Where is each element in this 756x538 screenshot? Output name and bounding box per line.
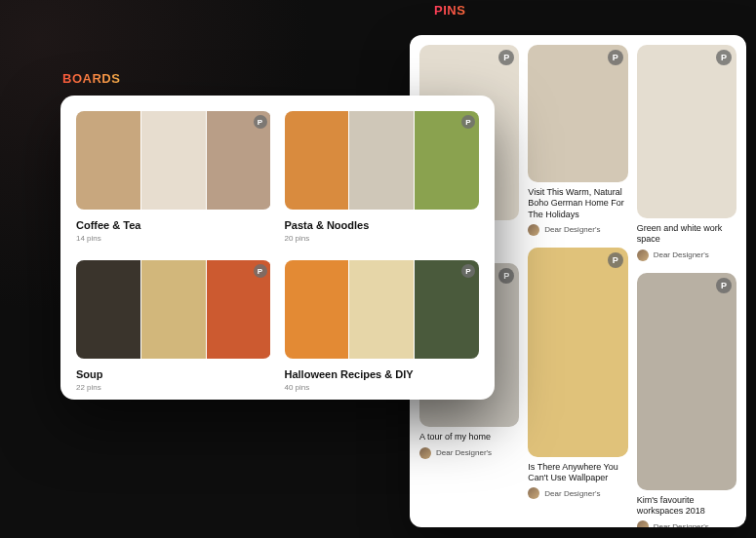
avatar <box>528 224 539 236</box>
boards-heading: BOARDS <box>62 71 120 86</box>
avatar <box>419 447 431 459</box>
pinterest-save-icon[interactable]: P <box>254 115 267 129</box>
avatar <box>637 520 649 527</box>
boards-grid: P Coffee & Tea 14 pins P Pasta & Noodles… <box>76 111 479 392</box>
pinterest-save-icon[interactable]: P <box>461 264 475 278</box>
pin-title: Green and white work space <box>637 223 736 246</box>
avatar <box>637 250 649 261</box>
board[interactable]: P Coffee & Tea 14 pins <box>76 111 271 243</box>
pin-user-name: Dear Designer's <box>544 225 600 234</box>
pin-title: Is There Anywhere You Can't Use Wallpape… <box>528 462 627 484</box>
pin[interactable]: P Kim's favourite workspaces 2018 Dear D… <box>637 273 736 528</box>
pinterest-save-icon[interactable]: P <box>461 115 475 129</box>
pinterest-save-icon[interactable]: P <box>498 50 514 65</box>
pin-thumbnail[interactable]: P <box>637 45 736 218</box>
pinterest-save-icon[interactable]: P <box>716 50 732 65</box>
board-thumbnail[interactable]: P <box>76 111 271 210</box>
pinterest-save-icon[interactable]: P <box>498 268 514 284</box>
board-thumbnail[interactable]: P <box>285 260 480 359</box>
pin-title: Kim's favourite workspaces 2018 <box>637 495 736 518</box>
pin-user[interactable]: Dear Designer's <box>637 250 736 261</box>
board-pin-count: 14 pins <box>76 234 271 243</box>
pin[interactable]: P Visit This Warm, Natural Boho German H… <box>528 45 627 236</box>
boards-card: P Coffee & Tea 14 pins P Pasta & Noodles… <box>60 96 495 400</box>
pin-title: Visit This Warm, Natural Boho German Hom… <box>528 187 627 220</box>
pin-user[interactable]: Dear Designer's <box>528 487 627 499</box>
pinterest-save-icon[interactable]: P <box>608 50 623 65</box>
board-title: Soup <box>76 368 271 380</box>
board-title: Halloween Recipes & DIY <box>285 368 480 380</box>
board-title: Pasta & Noodles <box>285 219 480 231</box>
pin-user[interactable]: Dear Designer's <box>528 224 627 236</box>
pin-user-name: Dear Designer's <box>544 489 600 498</box>
pin-user-name: Dear Designer's <box>436 448 492 457</box>
pin-user[interactable]: Dear Designer's <box>419 447 519 459</box>
pinterest-save-icon[interactable]: P <box>254 264 267 278</box>
board-pin-count: 22 pins <box>76 383 271 392</box>
pin[interactable]: P Is There Anywhere You Can't Use Wallpa… <box>528 248 627 500</box>
pin-title: A tour of my home <box>419 432 519 442</box>
pin-thumbnail[interactable]: P <box>528 248 627 457</box>
pin-user[interactable]: Dear Designer's <box>637 520 736 527</box>
pinterest-save-icon[interactable]: P <box>608 252 623 268</box>
board[interactable]: P Soup 22 pins <box>76 260 271 392</box>
board-pin-count: 40 pins <box>285 383 480 392</box>
pins-heading: PINS <box>434 3 465 18</box>
pins-col-2: P Green and white work space Dear Design… <box>637 45 736 527</box>
pinterest-save-icon[interactable]: P <box>716 278 732 293</box>
pin-thumbnail[interactable]: P <box>637 273 736 490</box>
avatar <box>528 487 539 499</box>
pin-user-name: Dear Designer's <box>654 522 709 528</box>
pin[interactable]: P Green and white work space Dear Design… <box>637 45 736 261</box>
board-title: Coffee & Tea <box>76 219 271 231</box>
board-thumbnail[interactable]: P <box>285 111 480 210</box>
board-thumbnail[interactable]: P <box>76 260 271 359</box>
pin-thumbnail[interactable]: P <box>528 45 627 182</box>
board-pin-count: 20 pins <box>285 234 480 243</box>
pin-user-name: Dear Designer's <box>654 250 709 259</box>
pins-col-1: P Visit This Warm, Natural Boho German H… <box>528 45 627 527</box>
board[interactable]: P Halloween Recipes & DIY 40 pins <box>285 260 480 392</box>
board[interactable]: P Pasta & Noodles 20 pins <box>285 111 480 243</box>
